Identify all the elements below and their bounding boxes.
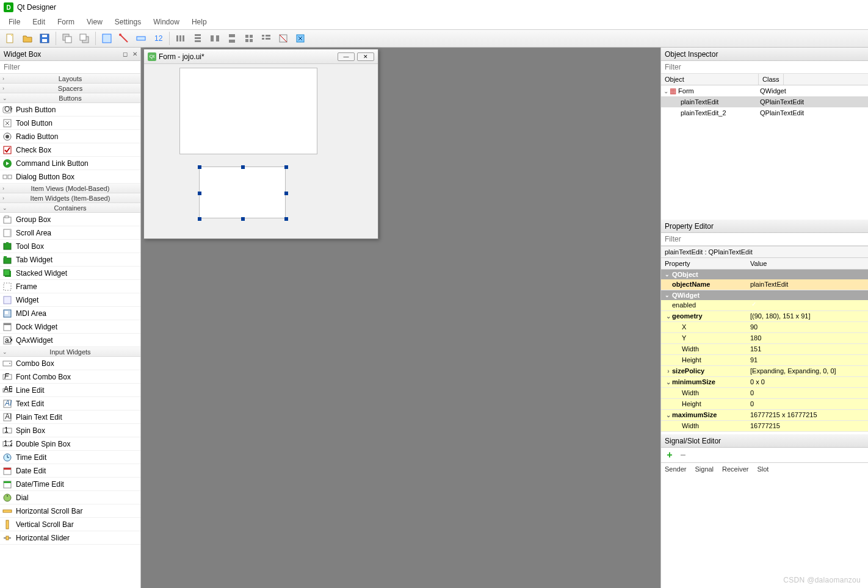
widget-item[interactable]: AIText Edit (0, 397, 140, 411)
widget-item[interactable]: Vertical Scroll Bar (0, 518, 140, 531)
widget-item[interactable]: aXQAxWidget (0, 334, 140, 347)
property-col-name[interactable]: Property (661, 258, 747, 269)
inspector-tree[interactable]: ⌄▦ FormQWidgetplainTextEditQPlainTextEdi… (661, 85, 868, 220)
inspector-row[interactable]: plainTextEditQPlainTextEdit (661, 96, 868, 107)
resize-handle[interactable] (284, 217, 288, 221)
adjust-size-icon[interactable] (292, 30, 308, 46)
edit-widgets-icon[interactable] (99, 30, 115, 46)
property-row[interactable]: Height0 (661, 399, 868, 410)
sig-col-sender[interactable]: Sender (665, 465, 686, 473)
category-spacers[interactable]: ›Spacers (0, 84, 140, 93)
edit-signals-icon[interactable] (116, 30, 132, 46)
resize-handle[interactable] (241, 217, 245, 221)
break-layout-icon[interactable] (275, 30, 291, 46)
form-window[interactable]: Qt Form - jojo.ui* — ✕ (143, 49, 378, 239)
category-containers[interactable]: ⌄Containers (0, 203, 140, 213)
menu-window[interactable]: Window (147, 15, 186, 29)
resize-handle[interactable] (198, 217, 201, 221)
property-row[interactable]: ⌄geometry[(90, 180), 151 x 91] (661, 311, 868, 322)
remove-icon[interactable]: – (678, 450, 688, 460)
menu-edit[interactable]: Edit (26, 15, 51, 29)
close-icon[interactable]: ✕ (357, 52, 374, 61)
sig-col-signal[interactable]: Signal (695, 465, 714, 473)
category-item-widgets-item-based-[interactable]: ›Item Widgets (Item-Based) (0, 193, 140, 203)
bring-front-icon[interactable] (76, 30, 92, 46)
inspector-row[interactable]: plainTextEdit_2QPlainTextEdit (661, 107, 868, 118)
widget-item[interactable]: Scroll Area (0, 226, 140, 240)
edit-tab-order-icon[interactable]: 12 (150, 30, 166, 46)
widget-item[interactable]: Radio Button (0, 130, 140, 143)
layout-h-icon[interactable] (173, 30, 189, 46)
widget-item[interactable]: Horizontal Scroll Bar (0, 504, 140, 518)
property-group[interactable]: ⌄QWidget (661, 290, 868, 300)
property-row[interactable]: Height91 (661, 355, 868, 366)
inspector-filter[interactable] (661, 61, 868, 74)
property-row[interactable]: Width151 (661, 344, 868, 355)
menu-file[interactable]: File (2, 15, 26, 29)
menu-help[interactable]: Help (186, 15, 213, 29)
category-buttons[interactable]: ⌄Buttons (0, 93, 140, 103)
property-row[interactable]: ⌄minimumSize0 x 0 (661, 377, 868, 388)
form-window-titlebar[interactable]: Qt Form - jojo.ui* — ✕ (144, 49, 378, 64)
layout-v-icon[interactable] (190, 30, 206, 46)
canvas-widget[interactable] (199, 167, 286, 218)
widget-item[interactable]: 1Spin Box (0, 424, 140, 437)
property-row[interactable]: Width16777215 (661, 421, 868, 432)
layout-grid-icon[interactable] (241, 30, 257, 46)
layout-hsplit-icon[interactable] (207, 30, 223, 46)
property-row[interactable]: Width0 (661, 388, 868, 399)
new-icon[interactable] (2, 30, 18, 46)
widget-item[interactable]: Tool Button (0, 117, 140, 130)
category-layouts[interactable]: ›Layouts (0, 74, 140, 84)
minimize-icon[interactable]: — (338, 52, 355, 61)
layout-vsplit-icon[interactable] (224, 30, 240, 46)
widget-item[interactable]: Command Link Button (0, 157, 140, 170)
canvas-widget[interactable] (179, 68, 317, 154)
menu-view[interactable]: View (81, 15, 109, 29)
save-icon[interactable] (37, 30, 52, 46)
resize-handle[interactable] (198, 192, 201, 195)
resize-handle[interactable] (284, 192, 288, 195)
widget-item[interactable]: Date Edit (0, 464, 140, 478)
property-filter[interactable] (661, 233, 868, 246)
form-canvas[interactable] (144, 64, 378, 238)
widget-item[interactable]: 1.2Double Spin Box (0, 437, 140, 451)
sig-col-slot[interactable]: Slot (757, 465, 769, 473)
widget-item[interactable]: Time Edit (0, 451, 140, 464)
property-row[interactable]: objectNameplainTextEdit (661, 279, 868, 290)
inspector-col-class[interactable]: Class (759, 74, 784, 85)
menu-settings[interactable]: Settings (109, 15, 147, 29)
property-group[interactable]: ⌄QObject (661, 270, 868, 279)
resize-handle[interactable] (198, 165, 201, 169)
widget-item[interactable]: Date/Time Edit (0, 478, 140, 491)
widget-item[interactable]: Combo Box (0, 357, 140, 370)
widget-item[interactable]: Frame (0, 280, 140, 293)
add-icon[interactable]: + (665, 450, 675, 460)
edit-buddies-icon[interactable] (133, 30, 149, 46)
widget-item[interactable]: Group Box (0, 213, 140, 226)
resize-handle[interactable] (241, 165, 245, 169)
inspector-col-object[interactable]: Object (661, 74, 759, 85)
widget-item[interactable]: Check Box (0, 143, 140, 157)
widget-item[interactable]: Tool Box (0, 240, 140, 253)
layout-form-icon[interactable] (258, 30, 274, 46)
widget-item[interactable]: MDI Area (0, 307, 140, 320)
widget-item[interactable]: Dialog Button Box (0, 170, 140, 184)
widget-item[interactable]: Dock Widget (0, 320, 140, 334)
sig-col-receiver[interactable]: Receiver (722, 465, 748, 473)
inspector-row[interactable]: ⌄▦ FormQWidget (661, 85, 868, 96)
widget-item[interactable]: FFont Combo Box (0, 370, 140, 384)
widget-item[interactable]: Stacked Widget (0, 267, 140, 280)
widget-box-filter[interactable] (0, 61, 140, 74)
category-item-views-model-based-[interactable]: ›Item Views (Model-Based) (0, 184, 140, 193)
property-row[interactable]: Y180 (661, 333, 868, 344)
property-row[interactable]: X90 (661, 322, 868, 333)
property-col-value[interactable]: Value (747, 258, 770, 269)
property-table[interactable]: ⌄QObjectobjectNameplainTextEdit⌄QWidgete… (661, 270, 868, 434)
menu-form[interactable]: Form (51, 15, 81, 29)
close-icon[interactable]: ✕ (131, 50, 139, 59)
widget-item[interactable]: AIPlain Text Edit (0, 411, 140, 424)
resize-handle[interactable] (284, 165, 288, 169)
widget-item[interactable]: Widget (0, 293, 140, 307)
property-row[interactable]: ›sizePolicy[Expanding, Expanding, 0, 0] (661, 366, 868, 377)
